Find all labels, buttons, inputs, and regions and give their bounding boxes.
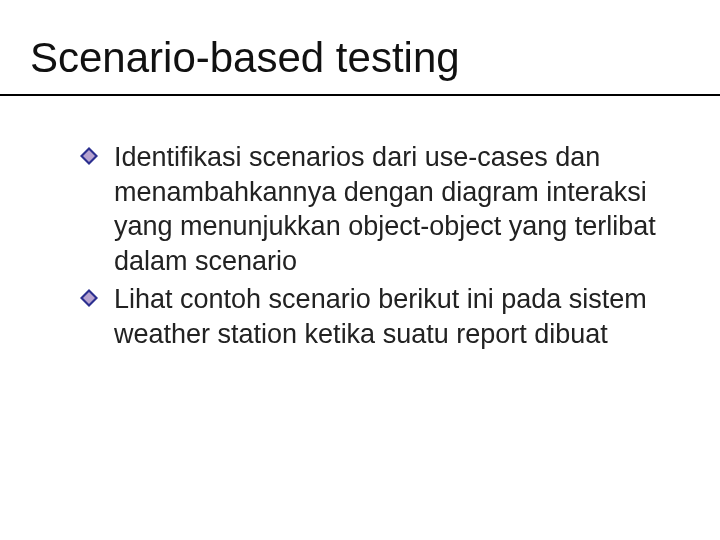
slide: Scenario-based testing Identifikasi scen… — [0, 0, 720, 540]
title-underline — [0, 94, 720, 96]
bullet-text: Lihat contoh scenario berikut ini pada s… — [114, 284, 647, 349]
list-item: Identifikasi scenarios dari use-cases da… — [80, 140, 660, 278]
bullet-text: Identifikasi scenarios dari use-cases da… — [114, 142, 656, 276]
bullet-list: Identifikasi scenarios dari use-cases da… — [80, 140, 660, 355]
diamond-bullet-icon — [80, 289, 98, 307]
diamond-bullet-icon — [80, 147, 98, 165]
slide-title: Scenario-based testing — [30, 34, 690, 82]
list-item: Lihat contoh scenario berikut ini pada s… — [80, 282, 660, 351]
